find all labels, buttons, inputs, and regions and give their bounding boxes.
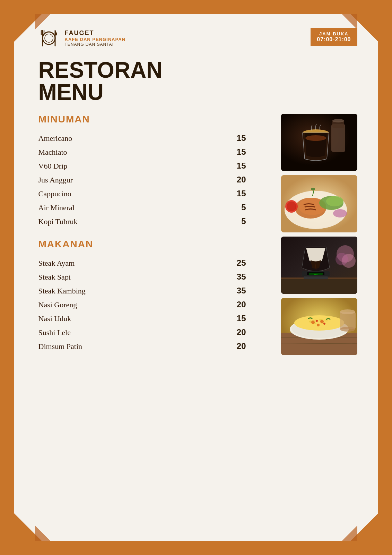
svg-point-23	[333, 209, 347, 217]
item-price: 35	[225, 272, 246, 282]
menu-item-americano: Americano 15	[38, 131, 246, 145]
svg-point-58	[340, 327, 355, 332]
item-price: 20	[225, 175, 246, 185]
item-name: Machiato	[38, 148, 67, 157]
svg-text:285g: 285g	[314, 273, 318, 275]
svg-point-22	[287, 202, 296, 211]
food-image-rice	[281, 298, 357, 355]
brand-text: FAUGET KAFE DAN PENGINAPAN TENANG DAN SA…	[65, 29, 126, 47]
menu-item-air-mineral: Air Mineral 5	[38, 200, 246, 214]
menu-item-dimsum: Dimsum Patin 20	[38, 339, 246, 353]
svg-point-36	[336, 253, 348, 265]
brand-icon	[38, 28, 59, 49]
svg-point-48	[324, 319, 328, 322]
item-name: Kopi Tubruk	[38, 217, 78, 226]
food-image-drip: 285g	[281, 237, 357, 294]
svg-point-13	[332, 119, 344, 122]
svg-rect-11	[331, 124, 345, 152]
images-section: 285g	[281, 114, 357, 364]
menu-item-cappucino: Cappucino 15	[38, 187, 246, 200]
item-price: 20	[225, 300, 246, 309]
item-name: Americano	[38, 134, 72, 143]
drinks-section: MINUMAN Americano 15 Machiato 15 V60 Dri…	[38, 114, 246, 228]
svg-point-24	[311, 188, 315, 190]
svg-point-52	[320, 320, 324, 323]
svg-point-20	[326, 196, 343, 206]
brand-name: FAUGET	[65, 29, 126, 37]
item-price: 35	[225, 286, 246, 296]
svg-point-51	[311, 321, 315, 324]
menu-item-steak-sapi: Steak Sapi 35	[38, 270, 246, 284]
svg-point-53	[317, 324, 320, 326]
menu-item-nasi-uduk: Nasi Uduk 15	[38, 311, 246, 325]
menu-item-kopi: Kopi Tubruk 5	[38, 214, 246, 228]
hours-label: JAM BUKA	[317, 31, 351, 36]
brand: FAUGET KAFE DAN PENGINAPAN TENANG DAN SA…	[38, 28, 126, 49]
menu-item-nasi-goreng: Nasi Goreng 20	[38, 298, 246, 311]
brand-sub1: KAFE DAN PENGINAPAN	[65, 37, 126, 42]
svg-point-5	[45, 34, 53, 42]
svg-point-55	[323, 323, 325, 325]
vertical-divider	[267, 114, 267, 364]
hours-time: 07:00-21:00	[317, 36, 351, 43]
header: FAUGET KAFE DAN PENGINAPAN TENANG DAN SA…	[38, 28, 357, 49]
food-image-chicken	[281, 175, 357, 232]
item-price: 20	[225, 327, 246, 337]
item-price: 5	[225, 216, 246, 226]
food-heading: MAKANAN	[38, 239, 246, 250]
item-price: 15	[225, 314, 246, 323]
svg-rect-30	[304, 276, 328, 279]
svg-point-44	[294, 315, 344, 331]
menu-item-v60: V60 Drip 15	[38, 159, 246, 173]
menu-section: MINUMAN Americano 15 Machiato 15 V60 Dri…	[38, 114, 253, 364]
hours-box: JAM BUKA 07:00-21:00	[311, 28, 357, 46]
item-name: Steak Sapi	[38, 273, 71, 282]
menu-page: FAUGET KAFE DAN PENGINAPAN TENANG DAN SA…	[14, 14, 378, 541]
svg-rect-56	[340, 312, 356, 329]
drinks-heading: MINUMAN	[38, 114, 246, 125]
food-image-coffee	[281, 114, 357, 171]
item-name: Dimsum Patin	[38, 342, 82, 351]
item-price: 15	[225, 133, 246, 143]
food-section: MAKANAN Steak Ayam 25 Steak Sapi 35 Stea…	[38, 239, 246, 353]
page-content: FAUGET KAFE DAN PENGINAPAN TENANG DAN SA…	[14, 14, 378, 541]
page-title: RESTORANMENU	[38, 59, 357, 103]
item-name: Steak Kambing	[38, 287, 86, 296]
item-price: 25	[225, 258, 246, 268]
item-name: Nasi Goreng	[38, 300, 77, 309]
svg-point-54	[316, 320, 318, 322]
brand-sub2: TENANG DAN SANTAI	[65, 42, 126, 47]
menu-item-jus: Jus Anggur 20	[38, 173, 246, 187]
item-name: V60 Drip	[38, 162, 68, 171]
item-name: Jus Anggur	[38, 176, 73, 185]
item-price: 15	[225, 161, 246, 171]
menu-item-sushi: Sushi Lele 20	[38, 325, 246, 339]
item-price: 5	[225, 203, 246, 212]
item-name: Sushi Lele	[38, 328, 71, 337]
item-name: Nasi Uduk	[38, 314, 71, 323]
menu-item-steak-kambing: Steak Kambing 35	[38, 284, 246, 298]
menu-item-steak-ayam: Steak Ayam 25	[38, 256, 246, 270]
svg-rect-27	[281, 278, 357, 294]
item-name: Steak Ayam	[38, 259, 75, 268]
menu-item-machiato: Machiato 15	[38, 145, 246, 159]
svg-point-57	[340, 309, 355, 314]
item-price: 15	[225, 147, 246, 157]
svg-point-10	[305, 135, 326, 141]
item-name: Cappucino	[38, 189, 71, 198]
item-price: 15	[225, 189, 246, 198]
item-name: Air Mineral	[38, 203, 75, 212]
main-layout: MINUMAN Americano 15 Machiato 15 V60 Dri…	[38, 114, 357, 364]
item-price: 20	[225, 341, 246, 351]
